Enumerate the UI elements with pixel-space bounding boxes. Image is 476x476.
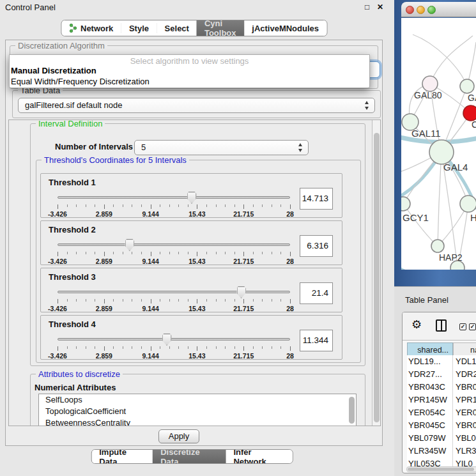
apply-row: Apply bbox=[6, 426, 382, 447]
table-data-select[interactable]: galFiltered.sif default node bbox=[18, 98, 375, 113]
popup-item-equal-width-frequency[interactable]: Equal Width/Frequency Discretization bbox=[10, 76, 369, 87]
zoom-traffic-light-icon[interactable] bbox=[427, 6, 436, 14]
tick-mark bbox=[113, 299, 114, 302]
network-node-gcy1[interactable] bbox=[401, 197, 410, 211]
slider-thumb[interactable] bbox=[236, 286, 246, 298]
split-columns-icon[interactable] bbox=[436, 319, 447, 332]
tab-style[interactable]: Style bbox=[121, 20, 157, 36]
table-cell-name[interactable]: YER0 bbox=[453, 406, 476, 419]
tick-mark bbox=[197, 252, 197, 256]
tick-mark bbox=[132, 299, 132, 302]
table-toolbar: ⚙ ✓ ✓ bbox=[403, 312, 476, 341]
tick-mark bbox=[206, 299, 207, 302]
tab-discretize-data[interactable]: Discretize Data bbox=[153, 450, 226, 463]
table-cell-shared-name[interactable]: YLR345W bbox=[407, 445, 453, 457]
table-horizontal-scrollbar[interactable] bbox=[406, 466, 476, 472]
tick-mark bbox=[225, 346, 226, 349]
network-view-window: GAL80 GA C GAL11 GAL4 GCY1 H HAP2 bbox=[394, 0, 476, 286]
float-window-icon[interactable]: □ bbox=[365, 3, 369, 12]
table-cell-shared-name[interactable]: YER054C bbox=[407, 406, 453, 419]
threshold-slider[interactable]: -3.4262.8599.14415.4321.71528 bbox=[58, 334, 290, 358]
network-node-right[interactable] bbox=[460, 196, 476, 212]
tab-label: jActiveMNodules bbox=[252, 24, 319, 33]
network-node-red-selected[interactable] bbox=[463, 105, 476, 121]
tab-select[interactable]: Select bbox=[157, 20, 197, 36]
threshold-value-field[interactable]: 21.4 bbox=[300, 282, 333, 304]
threshold-slider[interactable]: -3.4262.8599.14415.4321.71528 bbox=[58, 192, 290, 216]
tab-impute-data[interactable]: Impute Data bbox=[91, 450, 153, 463]
list-scrollbar[interactable] bbox=[348, 395, 355, 426]
tick-mark bbox=[253, 299, 254, 302]
attribute-item-topologicalcoefficient[interactable]: TopologicalCoefficient bbox=[39, 406, 356, 417]
threshold-value-field[interactable]: 6.316 bbox=[300, 235, 333, 257]
threshold-list: Threshold 1 -3.4262.8599.14415.4321.7152… bbox=[36, 173, 360, 360]
panel-scrollbar-thumb[interactable] bbox=[374, 133, 380, 422]
close-panel-icon[interactable]: ✕ bbox=[377, 3, 383, 12]
slider-track[interactable] bbox=[58, 243, 290, 246]
table-cell-name[interactable]: YLR3 bbox=[453, 445, 476, 457]
slider-thumb[interactable] bbox=[187, 192, 197, 204]
attribute-item-selfloops[interactable]: SelfLoops bbox=[39, 394, 356, 406]
tick-mark bbox=[104, 299, 105, 303]
tab-infer-network[interactable]: Infer Network bbox=[226, 450, 292, 463]
table-cell-shared-name[interactable]: YDL19... bbox=[407, 355, 453, 368]
gear-icon[interactable]: ⚙ bbox=[411, 318, 422, 331]
numerical-attributes-list[interactable]: SelfLoopsTopologicalCoefficientBetweenne… bbox=[38, 394, 357, 426]
table-hscrollbar-thumb[interactable] bbox=[408, 468, 474, 471]
slider-track[interactable] bbox=[58, 291, 290, 293]
table-cell-shared-name[interactable]: YBL079W bbox=[407, 432, 453, 445]
slider-thumb[interactable] bbox=[162, 334, 172, 346]
slider-track[interactable] bbox=[58, 338, 290, 341]
network-node-partial-top[interactable] bbox=[460, 79, 474, 93]
apply-button[interactable]: Apply bbox=[158, 429, 199, 443]
tab-cyni-toolbox[interactable]: Cyni Toolbox bbox=[197, 20, 244, 36]
threshold-value-field[interactable]: 14.713 bbox=[300, 188, 333, 210]
threshold-slider[interactable]: -3.4262.8599.14415.4321.71528 bbox=[58, 286, 290, 311]
panel-scrollbar[interactable] bbox=[372, 120, 380, 426]
threshold-value-field[interactable]: 11.344 bbox=[300, 330, 333, 351]
tick-mark bbox=[113, 346, 114, 349]
network-node-hap2[interactable] bbox=[431, 240, 444, 252]
checkbox-icon[interactable]: ✓ bbox=[469, 323, 476, 330]
attribute-item-betweennesscentrality[interactable]: BetweennessCentrality bbox=[39, 417, 356, 426]
popup-item-manual-discretization[interactable]: Manual Discretization bbox=[10, 65, 369, 76]
tick-mark bbox=[123, 252, 123, 254]
tick-mark bbox=[58, 252, 58, 256]
tab-label: Select bbox=[165, 24, 189, 33]
network-node-gal80[interactable] bbox=[422, 76, 438, 91]
tick-mark bbox=[58, 346, 58, 351]
node-label-gal11: GAL11 bbox=[411, 128, 441, 139]
slider-thumb[interactable] bbox=[125, 239, 134, 251]
table-cell-name[interactable]: YDL1 bbox=[453, 355, 476, 368]
threshold-slider[interactable]: -3.4262.8599.14415.4321.71528 bbox=[58, 239, 290, 263]
table-cell-name[interactable]: YIL0 bbox=[453, 457, 476, 466]
table-cell-name[interactable]: YPR1 bbox=[453, 394, 476, 406]
tick-mark bbox=[272, 252, 272, 254]
minimize-traffic-light-icon[interactable] bbox=[417, 6, 425, 14]
table-cell-name[interactable]: YDR2 bbox=[453, 368, 476, 381]
tick-label: 15.43 bbox=[188, 305, 205, 312]
table-cell-name[interactable]: YBR0 bbox=[453, 381, 476, 394]
table-cell-shared-name[interactable]: YPR145W bbox=[407, 394, 453, 406]
tick-mark bbox=[216, 204, 217, 207]
slider-track[interactable] bbox=[58, 196, 290, 199]
table-cell-name[interactable]: YBR0 bbox=[453, 419, 476, 432]
tab-network[interactable]: Network bbox=[61, 20, 121, 36]
table-cell-shared-name[interactable]: YBR043C bbox=[407, 381, 453, 394]
checkbox-icon[interactable]: ✓ bbox=[459, 323, 466, 330]
tab-jactivemnodules[interactable]: jActiveMNodules bbox=[244, 20, 326, 36]
tick-mark bbox=[141, 346, 142, 349]
list-scrollbar-thumb[interactable] bbox=[349, 397, 355, 424]
table-cell-shared-name[interactable]: YDR27... bbox=[407, 368, 453, 381]
close-traffic-light-icon[interactable] bbox=[406, 6, 414, 14]
network-node-gal4[interactable] bbox=[429, 140, 454, 164]
algorithm-hint-item[interactable]: Select algorithm to view settings bbox=[10, 55, 369, 65]
table-cell-shared-name[interactable]: YBR045C bbox=[407, 419, 453, 432]
number-of-intervals-select[interactable]: 5 bbox=[134, 140, 309, 155]
tick-label: -3.426 bbox=[48, 210, 67, 218]
table-cell-shared-name[interactable]: YIL053C bbox=[407, 457, 453, 466]
network-canvas[interactable]: GAL80 GA C GAL11 GAL4 GCY1 H HAP2 bbox=[401, 18, 476, 270]
tick-mark bbox=[132, 252, 132, 254]
table-cell-name[interactable]: YBL0 bbox=[453, 432, 476, 445]
network-window-titlebar[interactable] bbox=[401, 2, 476, 17]
